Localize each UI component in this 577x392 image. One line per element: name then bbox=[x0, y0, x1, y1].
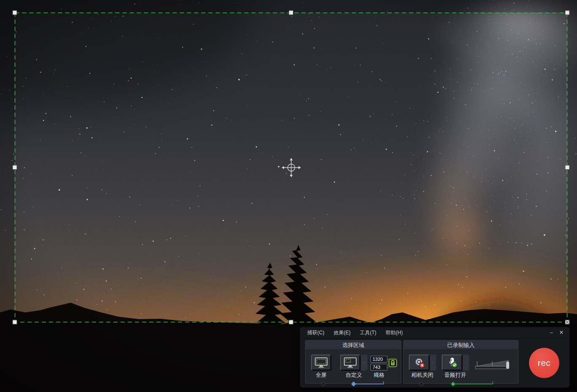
custom-mode-dot[interactable] bbox=[352, 382, 356, 386]
handle-sw[interactable] bbox=[13, 320, 17, 324]
input-mode-slider bbox=[404, 380, 519, 388]
menu-capture[interactable]: 捕获(C) bbox=[303, 327, 329, 338]
volume-slider-handle[interactable] bbox=[506, 361, 510, 369]
width-input[interactable] bbox=[370, 356, 387, 363]
audio-dropdown[interactable] bbox=[462, 355, 469, 371]
chevron-down-icon bbox=[432, 361, 434, 364]
recorded-inputs-title: 已录制输入 bbox=[404, 341, 518, 350]
camera-mode-dot[interactable] bbox=[419, 382, 424, 386]
fullscreen-monitor-icon bbox=[314, 357, 328, 368]
camera-dropdown[interactable] bbox=[429, 355, 436, 371]
area-mode-slider bbox=[306, 380, 402, 388]
select-area-title: 选择区域 bbox=[306, 341, 401, 350]
dimensions-label: 规格 bbox=[369, 371, 389, 379]
recorder-toolbar: 捕获(C) 效果(E) 工具(T) 帮助(H) – ✕ 选择区域 全屏 bbox=[300, 327, 570, 388]
handle-n[interactable] bbox=[289, 11, 293, 15]
custom-area-label: 自定义 bbox=[336, 371, 372, 379]
window-controls: – ✕ bbox=[547, 327, 565, 338]
audio-status-label: 音频打开 bbox=[437, 371, 473, 379]
audio-level-meter bbox=[475, 357, 511, 370]
menu-effects[interactable]: 效果(E) bbox=[329, 327, 355, 338]
minimize-button[interactable]: – bbox=[547, 329, 555, 336]
camera-status-label: 相机关闭 bbox=[405, 371, 440, 379]
lock-icon bbox=[389, 359, 397, 367]
select-area-group: 选择区域 全屏 bbox=[305, 340, 401, 384]
chevron-down-icon bbox=[465, 361, 467, 364]
handle-ne[interactable] bbox=[565, 11, 569, 15]
handle-w[interactable] bbox=[13, 165, 17, 170]
fullscreen-mode-dot[interactable] bbox=[321, 382, 325, 386]
height-input[interactable] bbox=[370, 364, 387, 371]
menu-tools[interactable]: 工具(T) bbox=[355, 327, 381, 338]
menu-bar: 捕获(C) 效果(E) 工具(T) 帮助(H) – ✕ bbox=[300, 327, 569, 339]
audio-toggle-button[interactable] bbox=[442, 355, 462, 371]
custom-monitor-icon bbox=[344, 357, 357, 368]
microphone-on-icon bbox=[446, 356, 459, 369]
audio-mode-dot[interactable] bbox=[451, 382, 455, 386]
fullscreen-button[interactable] bbox=[311, 355, 331, 371]
selection-move-crosshair[interactable] bbox=[282, 158, 301, 177]
fullscreen-label: 全屏 bbox=[311, 371, 331, 379]
custom-area-button[interactable] bbox=[340, 355, 360, 371]
record-button[interactable]: rec bbox=[529, 348, 559, 378]
webcam-off-icon bbox=[413, 356, 426, 369]
aspect-lock-button[interactable] bbox=[389, 359, 397, 367]
close-button[interactable]: ✕ bbox=[558, 329, 565, 336]
recorded-inputs-group: 已录制输入 相机关闭 bbox=[403, 340, 518, 384]
custom-area-dropdown[interactable] bbox=[360, 355, 368, 371]
menu-help[interactable]: 帮助(H) bbox=[381, 327, 408, 338]
chevron-down-icon bbox=[363, 361, 365, 364]
handle-nw[interactable] bbox=[13, 11, 17, 15]
camera-toggle-button[interactable] bbox=[409, 355, 429, 371]
handle-e[interactable] bbox=[565, 165, 569, 170]
screen-recorder-overlay: 捕获(C) 效果(E) 工具(T) 帮助(H) – ✕ 选择区域 全屏 bbox=[0, 0, 577, 392]
handle-s[interactable] bbox=[289, 320, 293, 324]
